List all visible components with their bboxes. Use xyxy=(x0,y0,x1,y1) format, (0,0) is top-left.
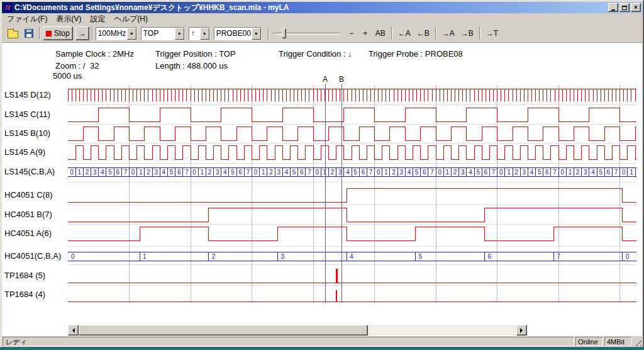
svg-text:0: 0 xyxy=(626,253,630,260)
timebase-label: 5000 us xyxy=(53,71,82,81)
svg-text:4: 4 xyxy=(350,253,353,260)
channel-label-hc4051-bus: HC4051(C,B,A) xyxy=(4,252,69,261)
svg-text:2: 2 xyxy=(208,169,212,176)
svg-text:4: 4 xyxy=(530,169,534,176)
svg-text:6: 6 xyxy=(238,169,242,176)
svg-text:3: 3 xyxy=(277,169,280,176)
svg-text:7: 7 xyxy=(557,253,560,260)
triangle-right-icon xyxy=(520,328,525,333)
trace-hc4051-b-7 xyxy=(68,208,636,222)
svg-text:2: 2 xyxy=(514,169,518,176)
svg-text:6: 6 xyxy=(607,169,611,176)
triangle-left-icon xyxy=(70,328,75,333)
svg-text:2: 2 xyxy=(212,253,216,260)
svg-text:7: 7 xyxy=(369,169,373,176)
info-length: Length : 488.000 us xyxy=(155,61,228,71)
trace-ls145-c-11 xyxy=(68,108,636,121)
svg-text:3: 3 xyxy=(584,169,587,176)
svg-text:3: 3 xyxy=(154,169,158,176)
trace-tp1684-4 xyxy=(68,290,636,302)
svg-text:7: 7 xyxy=(308,169,311,176)
svg-text:0: 0 xyxy=(560,169,564,176)
trace-ls145-a-9 xyxy=(68,145,636,159)
svg-text:6: 6 xyxy=(300,169,304,176)
svg-text:3: 3 xyxy=(280,253,284,260)
svg-text:7: 7 xyxy=(124,169,128,176)
trace-ls145-b-10 xyxy=(68,127,636,140)
resize-grip[interactable] xyxy=(633,338,641,346)
svg-text:6: 6 xyxy=(116,169,119,176)
svg-text:3: 3 xyxy=(523,169,526,176)
svg-text:0: 0 xyxy=(254,169,258,176)
channel-label-tp1684-5: TP1684 (5) xyxy=(4,271,69,280)
svg-text:0: 0 xyxy=(438,169,441,176)
svg-text:2: 2 xyxy=(331,169,335,176)
svg-text:7: 7 xyxy=(430,169,434,176)
svg-text:0: 0 xyxy=(192,169,196,176)
trace-tp1684-5 xyxy=(68,269,636,283)
svg-text:7: 7 xyxy=(247,169,250,176)
svg-text:4: 4 xyxy=(285,169,289,176)
svg-text:4: 4 xyxy=(346,169,350,176)
svg-text:5: 5 xyxy=(108,169,112,176)
status-message: レディ xyxy=(3,337,574,346)
channel-label-tp1684-4: TP1684 (4) xyxy=(4,290,69,299)
svg-text:1: 1 xyxy=(78,169,82,176)
svg-text:2: 2 xyxy=(147,169,150,176)
channel-label-hc4051-a6: HC4051 A(6) xyxy=(4,229,69,238)
svg-text:1: 1 xyxy=(143,253,147,260)
svg-text:4: 4 xyxy=(408,169,411,176)
svg-text:5: 5 xyxy=(419,253,423,260)
svg-text:0: 0 xyxy=(315,169,319,176)
channel-label-ls145-d12: LS145 D(12) xyxy=(4,91,69,99)
svg-text:6: 6 xyxy=(484,169,488,176)
svg-text:4: 4 xyxy=(101,169,104,176)
svg-text:6: 6 xyxy=(177,169,181,176)
svg-text:1: 1 xyxy=(569,169,572,176)
svg-text:2: 2 xyxy=(269,169,273,176)
svg-text:6: 6 xyxy=(488,253,492,260)
svg-text:2: 2 xyxy=(453,169,457,176)
svg-text:3: 3 xyxy=(399,169,403,176)
svg-text:5: 5 xyxy=(292,169,296,176)
svg-text:1: 1 xyxy=(201,169,204,176)
svg-text:7: 7 xyxy=(185,169,189,176)
cursors: AB xyxy=(323,75,344,303)
app-window: C:¥Documents and Settings¥noname¥デスクトップ¥… xyxy=(0,0,644,348)
trace-hc4051-a-6 xyxy=(68,227,636,240)
status-memory: 4MBit xyxy=(604,337,632,346)
svg-text:5: 5 xyxy=(476,169,480,176)
svg-text:3: 3 xyxy=(216,169,219,176)
trace-ls145-c-b-a: 0123456701234567012345670123456701234567… xyxy=(68,167,636,176)
trace-hc4051-c-b-a: 012345670 xyxy=(68,252,636,261)
svg-text:3: 3 xyxy=(93,169,97,176)
svg-text:6: 6 xyxy=(362,169,365,176)
scroll-right-button[interactable] xyxy=(516,325,527,336)
svg-text:1: 1 xyxy=(630,169,633,176)
scroll-thumb[interactable] xyxy=(79,325,368,336)
svg-text:0: 0 xyxy=(622,169,626,176)
svg-text:7: 7 xyxy=(553,169,557,176)
statusbar: レディ Online 4MBit xyxy=(1,336,643,347)
channel-label-ls145-c11: LS145 C(11) xyxy=(4,110,69,119)
svg-text:1: 1 xyxy=(446,169,450,176)
channel-label-hc4051-b7: HC4051 B(7) xyxy=(4,210,69,219)
scroll-left-button[interactable] xyxy=(68,325,79,336)
svg-text:5: 5 xyxy=(353,169,357,176)
svg-text:5: 5 xyxy=(538,169,541,176)
channel-label-hc4051-c8: HC4051 C(8) xyxy=(4,191,69,200)
info-trigger-condition: Trigger Condition : ↓ xyxy=(279,49,352,59)
horizontal-scrollbar[interactable] xyxy=(68,325,527,336)
svg-text:B: B xyxy=(339,75,344,84)
svg-text:5: 5 xyxy=(599,169,602,176)
svg-text:7: 7 xyxy=(614,169,618,176)
status-online: Online xyxy=(575,337,603,346)
svg-text:4: 4 xyxy=(162,169,166,176)
svg-text:7: 7 xyxy=(492,169,496,176)
svg-text:2: 2 xyxy=(392,169,396,176)
svg-text:0: 0 xyxy=(499,169,503,176)
svg-text:1: 1 xyxy=(139,169,143,176)
svg-text:4: 4 xyxy=(469,169,472,176)
grid xyxy=(68,85,636,303)
info-trigger-probe: Trigger Probe : PROBE08 xyxy=(369,49,463,59)
